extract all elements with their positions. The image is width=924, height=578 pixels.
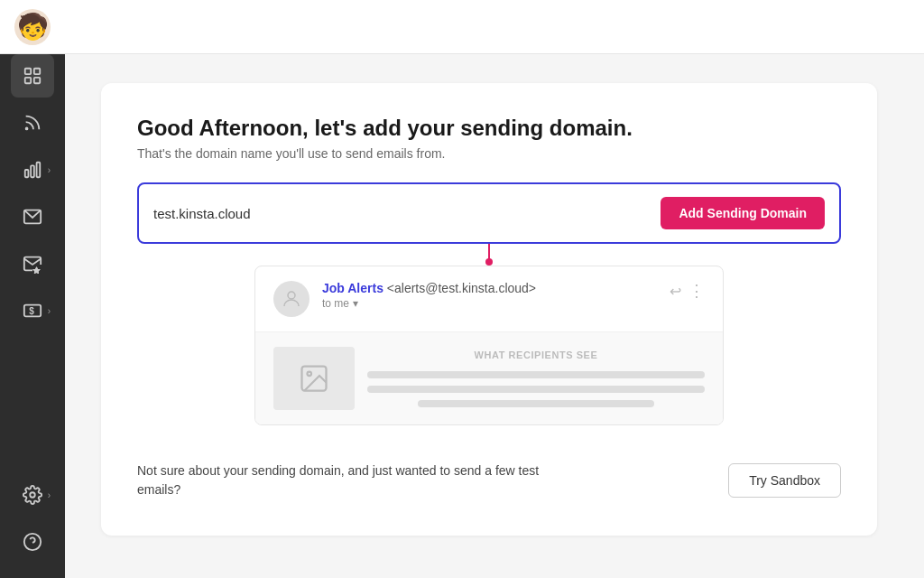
domain-box: Add Sending Domain — [137, 182, 841, 244]
to-label: to me — [322, 297, 349, 310]
page-title: Good Afternoon, let's add your sending d… — [137, 116, 841, 141]
bottom-section: Not sure about your sending domain, and … — [137, 454, 841, 499]
body-content-lines: WHAT RECIPIENTS SEE — [367, 350, 705, 407]
person-icon — [281, 288, 302, 310]
svg-point-4 — [26, 128, 28, 130]
gear-icon — [23, 485, 42, 505]
email-body-preview: WHAT RECIPIENTS SEE — [255, 331, 723, 424]
content-line-2 — [367, 386, 705, 393]
top-bar: 🧒 — [0, 0, 924, 54]
sidebar-item-dashboard[interactable] — [11, 54, 54, 98]
sender-avatar — [273, 281, 310, 317]
email-preview-wrapper: Job Alerts <alerts@test.kinsta.cloud> to… — [137, 266, 841, 425]
chart-icon — [23, 160, 42, 180]
svg-rect-6 — [31, 165, 34, 177]
email-sender: Job Alerts <alerts@test.kinsta.cloud> — [322, 281, 657, 295]
svg-text:$: $ — [29, 306, 34, 316]
sidebar: › $ › › — [0, 0, 65, 578]
page-subtitle: That's the domain name you'll use to sen… — [137, 146, 841, 161]
svg-rect-7 — [37, 163, 41, 178]
email-actions: ↩ ⋮ — [670, 281, 705, 301]
recipients-label: WHAT RECIPIENTS SEE — [475, 350, 598, 360]
rss-icon — [23, 113, 42, 133]
sidebar-item-help[interactable] — [11, 520, 54, 564]
billing-icon: $ — [23, 301, 42, 321]
sidebar-item-settings[interactable]: › — [11, 473, 54, 517]
sidebar-item-rss[interactable] — [11, 101, 54, 144]
sidebar-item-billing[interactable]: $ › — [11, 289, 54, 332]
content-card: Good Afternoon, let's add your sending d… — [101, 83, 877, 536]
email-preview-card: Job Alerts <alerts@test.kinsta.cloud> to… — [254, 266, 724, 425]
svg-rect-2 — [25, 78, 31, 83]
svg-point-12 — [30, 492, 35, 498]
email-meta: Job Alerts <alerts@test.kinsta.cloud> to… — [322, 281, 657, 310]
chevron-right-icon: › — [48, 165, 51, 175]
svg-rect-0 — [25, 69, 31, 74]
main-content: Good Afternoon, let's add your sending d… — [65, 54, 924, 578]
chevron-right-icon-settings: › — [48, 490, 51, 500]
sidebar-item-analytics[interactable]: › — [11, 148, 54, 191]
help-icon — [23, 532, 42, 552]
domain-input[interactable] — [153, 206, 650, 221]
grid-icon — [23, 66, 42, 86]
svg-rect-5 — [25, 170, 29, 177]
reply-icon[interactable]: ↩ — [670, 283, 681, 300]
sidebar-item-campaigns[interactable] — [11, 242, 54, 285]
image-placeholder — [273, 347, 355, 410]
mail-star-icon — [23, 254, 42, 274]
sidebar-item-email[interactable] — [11, 195, 54, 238]
more-icon[interactable]: ⋮ — [688, 281, 705, 301]
email-to: to me ▾ — [322, 297, 657, 310]
email-header: Job Alerts <alerts@test.kinsta.cloud> to… — [255, 266, 723, 331]
sidebar-bottom: › — [11, 473, 54, 578]
content-line-3 — [418, 400, 654, 407]
sender-name: Job Alerts — [322, 281, 383, 295]
svg-point-17 — [308, 372, 312, 377]
avatar[interactable]: 🧒 — [14, 9, 51, 45]
svg-rect-3 — [34, 78, 40, 83]
dropdown-arrow[interactable]: ▾ — [353, 297, 358, 310]
add-sending-domain-button[interactable]: Add Sending Domain — [661, 197, 825, 229]
svg-rect-1 — [34, 69, 40, 74]
image-icon — [298, 362, 330, 395]
mail-icon — [23, 207, 42, 227]
bottom-text: Not sure about your sending domain, and … — [137, 461, 570, 499]
connector-dot — [485, 258, 493, 266]
try-sandbox-button[interactable]: Try Sandbox — [728, 463, 841, 498]
svg-point-15 — [288, 292, 295, 299]
sender-address: <alerts@test.kinsta.cloud> — [387, 281, 536, 295]
avatar-emoji: 🧒 — [17, 14, 49, 40]
chevron-right-icon-billing: › — [48, 306, 51, 316]
content-line-1 — [367, 371, 705, 378]
